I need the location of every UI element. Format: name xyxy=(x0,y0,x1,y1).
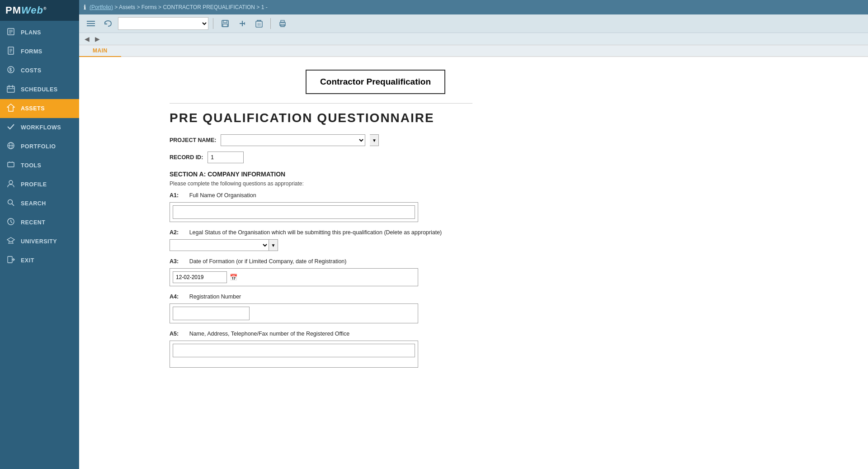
question-a1-input[interactable] xyxy=(173,205,415,219)
info-icon[interactable]: ℹ xyxy=(84,4,86,11)
profile-icon xyxy=(6,180,15,189)
svg-point-21 xyxy=(9,180,13,184)
calendar-icon[interactable]: 📅 xyxy=(230,274,237,281)
search-icon xyxy=(6,199,15,208)
sidebar-item-forms[interactable]: FORMS xyxy=(0,42,79,61)
add-button[interactable] xyxy=(235,18,250,29)
question-a5-num: A5: xyxy=(170,331,179,337)
sidebar-nav: PLANS FORMS $ COSTS SCHEDULES ASSETS xyxy=(0,21,79,469)
delete-button[interactable] xyxy=(252,18,266,29)
toolbar-divider-1 xyxy=(213,18,213,29)
form-content: Contractor Prequalification PRE QUALIFIC… xyxy=(79,57,486,393)
undo-button[interactable] xyxy=(101,18,115,29)
sidebar-item-search[interactable]: SEARCH xyxy=(0,194,79,213)
question-a2-label: A2: Legal Status of the Organisation whi… xyxy=(170,229,472,236)
question-a4-input[interactable] xyxy=(173,307,250,320)
question-a3-label: A3: Date of Formation (or if Limited Com… xyxy=(170,258,472,265)
nav-left-arrow[interactable]: ◀ xyxy=(83,34,91,43)
sidebar-item-label: UNIVERSITY xyxy=(21,238,57,245)
svg-rect-40 xyxy=(256,21,262,27)
record-id-label: RECORD ID: xyxy=(170,154,203,161)
workflow-select[interactable] xyxy=(118,17,208,30)
app-logo: PMWeb® xyxy=(5,5,47,16)
question-a5-label: A5: Name, Address, Telephone/Fax number … xyxy=(170,331,472,337)
nav-right-arrow[interactable]: ▶ xyxy=(93,34,102,43)
sidebar-item-label: PORTFOLIO xyxy=(21,143,56,150)
sidebar-item-label: SCHEDULES xyxy=(21,86,58,93)
tab-bar: MAIN xyxy=(79,45,868,57)
breadcrumb: (Portfolio) > Assets > Forms > CONTRACTO… xyxy=(90,4,268,10)
question-a3-date-input[interactable] xyxy=(173,271,227,283)
sidebar-item-university[interactable]: UNIVERSITY xyxy=(0,232,79,251)
portfolio-breadcrumb-link[interactable]: (Portfolio) xyxy=(90,4,113,10)
sidebar-item-assets[interactable]: ASSETS xyxy=(0,99,79,118)
sidebar-item-portfolio[interactable]: PORTFOLIO xyxy=(0,137,79,156)
project-name-select[interactable] xyxy=(221,134,365,146)
save-button[interactable] xyxy=(218,18,232,29)
toolbar-divider-2 xyxy=(270,18,271,29)
section-a-heading: SECTION A: COMPANY INFORMATION xyxy=(170,171,472,178)
record-id-row: RECORD ID: 1 xyxy=(170,152,472,163)
question-a1-label: A1: Full Name Of Organisation xyxy=(170,192,472,199)
question-a3-num: A3: xyxy=(170,258,179,265)
svg-marker-25 xyxy=(7,237,14,242)
sidebar-item-label: SEARCH xyxy=(21,200,46,207)
sidebar-item-costs[interactable]: $ COSTS xyxy=(0,61,79,80)
tools-icon xyxy=(6,161,15,171)
list-button[interactable] xyxy=(84,19,98,28)
question-a1-num: A1: xyxy=(170,192,179,199)
question-a3-date-row: 📅 xyxy=(173,271,415,283)
section-a-instruction: Please complete the following questions … xyxy=(170,180,472,187)
sidebar-item-exit[interactable]: EXIT xyxy=(0,251,79,270)
workflows-icon xyxy=(6,123,15,133)
portfolio-icon xyxy=(6,142,15,152)
question-a1-container xyxy=(170,202,418,222)
sidebar-item-label: ASSETS xyxy=(21,105,45,112)
main-tab[interactable]: MAIN xyxy=(79,45,121,57)
svg-rect-29 xyxy=(8,256,12,263)
sidebar-item-schedules[interactable]: SCHEDULES xyxy=(0,80,79,99)
record-id-input[interactable]: 1 xyxy=(208,152,244,163)
question-a2-dropdown-arrow[interactable]: ▼ xyxy=(269,239,278,251)
question-a5-input[interactable] xyxy=(173,344,415,357)
sidebar: PMWeb® PLANS FORMS $ COSTS SCHEDULES xyxy=(0,0,79,469)
svg-rect-36 xyxy=(223,24,227,27)
main-area: ℹ (Portfolio) > Assets > Forms > CONTRAC… xyxy=(79,0,868,469)
nav-strip: ◀ ▶ xyxy=(79,33,868,45)
sidebar-item-label: PLANS xyxy=(21,29,41,36)
sidebar-item-label: COSTS xyxy=(21,67,42,74)
svg-rect-10 xyxy=(7,86,14,92)
sidebar-item-label: PROFILE xyxy=(21,181,47,188)
university-icon xyxy=(6,237,15,246)
question-a1-text: Full Name Of Organisation xyxy=(189,192,256,199)
question-a5-text: Name, Address, Telephone/Fax number of t… xyxy=(189,331,350,337)
assets-icon xyxy=(6,104,15,114)
form-header: Contractor Prequalification xyxy=(170,66,472,103)
project-name-label: PROJECT NAME: xyxy=(170,137,216,143)
recent-icon xyxy=(6,218,15,227)
project-name-dropdown-arrow[interactable]: ▼ xyxy=(370,134,379,146)
question-a4-label: A4: Registration Number xyxy=(170,294,472,300)
sidebar-item-label: WORKFLOWS xyxy=(21,124,61,131)
project-name-row: PROJECT NAME: ▼ xyxy=(170,134,472,146)
question-a4-container xyxy=(170,303,418,323)
exit-icon xyxy=(6,256,15,265)
logo-area: PMWeb® xyxy=(0,0,79,21)
sidebar-item-label: FORMS xyxy=(21,48,42,55)
sidebar-item-label: EXIT xyxy=(21,257,34,264)
breadcrumb-path: > Assets > Forms > CONTRACTOR PREQUALIFI… xyxy=(113,4,268,10)
topbar: ℹ (Portfolio) > Assets > Forms > CONTRAC… xyxy=(79,0,868,14)
sidebar-item-tools[interactable]: TOOLS xyxy=(0,156,79,175)
sidebar-item-plans[interactable]: PLANS xyxy=(0,23,79,42)
sidebar-item-recent[interactable]: RECENT xyxy=(0,213,79,232)
plans-icon xyxy=(6,28,15,38)
question-a2-select[interactable] xyxy=(170,239,269,251)
sidebar-item-workflows[interactable]: WORKFLOWS xyxy=(0,118,79,137)
svg-rect-18 xyxy=(8,162,14,167)
form-title-box: Contractor Prequalification xyxy=(306,70,445,94)
question-a3-container: 📅 xyxy=(170,268,418,286)
print-button[interactable] xyxy=(275,18,290,29)
question-a4-text: Registration Number xyxy=(189,294,241,300)
form-scroll[interactable]: Contractor Prequalification PRE QUALIFIC… xyxy=(79,57,868,469)
sidebar-item-profile[interactable]: PROFILE xyxy=(0,175,79,194)
